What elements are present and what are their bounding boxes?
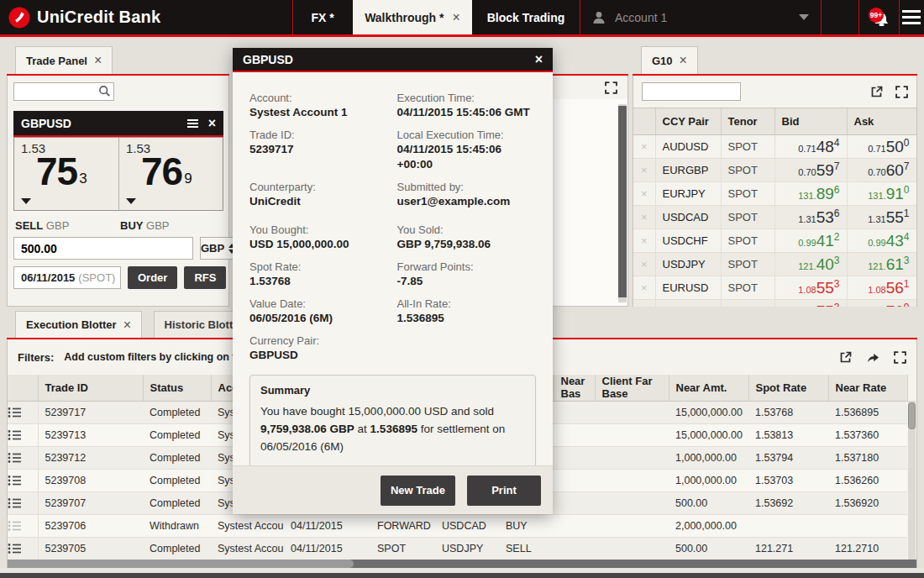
order-button[interactable]: Order — [128, 266, 177, 289]
vertical-scrollbar[interactable] — [908, 401, 916, 560]
scrollbar-thumb[interactable] — [908, 402, 916, 429]
column-header[interactable]: Client Far Base — [595, 375, 669, 401]
scrollbar-thumb[interactable] — [8, 560, 354, 568]
bid-price-cell[interactable]: 1.53753 — [774, 299, 847, 307]
bid-price-cell[interactable]: 1.08553 — [774, 276, 847, 299]
menu-button[interactable] — [899, 0, 924, 34]
remove-pair-icon[interactable]: × — [633, 134, 655, 158]
row-actions-icon[interactable] — [8, 469, 38, 491]
g10-row[interactable]: ×EURUSDSPOT1.085531.08561 — [633, 276, 916, 299]
close-icon[interactable]: × — [208, 117, 216, 130]
row-actions-icon[interactable] — [8, 514, 38, 537]
close-icon[interactable]: × — [535, 53, 543, 66]
column-header[interactable]: Near Amt. — [669, 375, 748, 401]
g10-row[interactable]: ×USDCHFSPOT0.994120.99434 — [633, 229, 916, 252]
g10-row[interactable]: ×USDCADSPOT1.315361.31551 — [633, 205, 916, 229]
vertical-scrollbar[interactable] — [618, 104, 627, 302]
ask-price-cell[interactable]: 0.70607 — [847, 158, 916, 181]
g10-row[interactable]: ×USDJPYSPOT121.403121.613 — [633, 252, 916, 276]
rfs-button[interactable]: RFS — [184, 266, 226, 289]
near-base-cell — [554, 514, 595, 537]
column-header[interactable]: Bid — [774, 108, 847, 134]
ccy-pair-cell: USDCAD — [435, 514, 499, 537]
column-header[interactable]: Trade ID — [38, 375, 143, 401]
ask-price-cell[interactable]: 0.71500 — [847, 134, 916, 158]
bid-price-cell[interactable]: 0.71484 — [774, 134, 847, 158]
remove-pair-icon[interactable]: × — [633, 276, 655, 299]
tab-walkthrough[interactable]: Walkthrough * × — [353, 0, 472, 34]
column-header[interactable]: Near Rate — [828, 375, 907, 401]
column-header[interactable]: CCY Pair — [655, 108, 721, 134]
row-actions-icon[interactable] — [8, 401, 38, 423]
trade-date-cell: 04/11/2015 — [284, 537, 370, 560]
row-actions-icon[interactable] — [8, 423, 38, 446]
g10-row[interactable]: ×EURGBPSPOT0.705970.70607 — [633, 158, 916, 181]
remove-pair-icon[interactable]: × — [633, 299, 655, 307]
close-icon[interactable]: × — [680, 54, 687, 67]
sell-price-pips: 75 — [36, 152, 77, 191]
column-header[interactable]: Ask — [847, 108, 916, 134]
sell-price-tile[interactable]: 1.53 75 3 — [14, 138, 118, 210]
scrollbar-thumb[interactable] — [618, 106, 627, 297]
field-value: Systest Account 1 — [249, 105, 389, 120]
tab-fx[interactable]: FX * — [293, 0, 352, 34]
amount-input[interactable] — [13, 237, 193, 260]
row-actions-icon[interactable] — [8, 537, 38, 560]
print-button[interactable]: Print — [467, 476, 541, 506]
g10-row[interactable]: ×AUDUSDSPOT0.714840.71500 — [633, 134, 916, 158]
column-header[interactable]: Near Bas — [554, 375, 595, 401]
currency-select[interactable]: GBP — [200, 237, 236, 260]
popout-icon[interactable] — [870, 85, 884, 98]
ask-price-cell[interactable]: 0.99434 — [847, 229, 916, 252]
remove-pair-icon[interactable]: × — [633, 205, 655, 229]
ask-price-cell[interactable]: 121.613 — [847, 252, 916, 276]
close-icon[interactable]: × — [94, 54, 102, 67]
g10-filter-input[interactable] — [642, 82, 741, 101]
value-date-input[interactable]: 06/11/2015 (SPOT) — [13, 266, 121, 289]
column-header[interactable]: Tenor — [721, 108, 774, 134]
price-pipette: 4 — [904, 231, 910, 243]
blotter-row[interactable]: 5239706WithdrawnSystest Account04/11/201… — [8, 514, 907, 537]
blotter-row[interactable]: 5239705CompletedSystest Account04/11/201… — [8, 537, 907, 560]
trade-id-cell: 5239707 — [38, 491, 143, 514]
ask-price-cell[interactable]: 1.53769 — [847, 299, 916, 307]
fullscreen-icon[interactable] — [895, 86, 908, 98]
column-header[interactable]: Status — [143, 375, 211, 401]
row-actions-icon[interactable] — [8, 491, 38, 514]
column-header[interactable] — [8, 375, 38, 401]
row-actions-icon[interactable] — [8, 446, 38, 469]
share-icon[interactable] — [866, 351, 880, 364]
tab-g10[interactable]: G10 × — [641, 46, 698, 74]
ask-price-cell[interactable]: 131.910 — [847, 181, 916, 205]
remove-pair-icon[interactable]: × — [633, 181, 655, 205]
fullscreen-icon[interactable] — [894, 351, 906, 364]
column-header[interactable]: Spot Rate — [748, 375, 828, 401]
account-selector[interactable]: Account 1 — [580, 0, 821, 34]
tab-execution-blotter[interactable]: Execution Blotter × — [15, 311, 142, 338]
fullscreen-icon[interactable] — [605, 81, 617, 94]
popout-icon[interactable] — [839, 350, 853, 364]
status-cell: Completed — [143, 469, 211, 491]
tab-trade-panel[interactable]: Trade Panel × — [15, 46, 113, 74]
notifications-button[interactable]: 99+ — [858, 0, 899, 34]
horizontal-scrollbar[interactable] — [8, 560, 916, 568]
close-icon[interactable]: × — [453, 11, 460, 24]
g10-rates-table: CCY PairTenorBidAsk ×AUDUSDSPOT0.714840.… — [633, 108, 916, 307]
widget-menu-icon[interactable] — [187, 119, 198, 128]
close-icon[interactable]: × — [123, 318, 131, 332]
buy-price-tile[interactable]: 1.53 76 9 — [118, 138, 223, 210]
bid-price-cell[interactable]: 121.403 — [774, 252, 847, 276]
bid-price-cell[interactable]: 1.31536 — [774, 205, 847, 229]
remove-pair-icon[interactable]: × — [633, 252, 655, 276]
remove-pair-icon[interactable]: × — [633, 229, 655, 252]
bid-price-cell[interactable]: 131.896 — [774, 181, 847, 205]
remove-pair-icon[interactable]: × — [633, 158, 655, 181]
ask-price-cell[interactable]: 1.08561 — [847, 276, 916, 299]
bid-price-cell[interactable]: 0.99412 — [774, 229, 847, 252]
ask-price-cell[interactable]: 1.31551 — [847, 205, 916, 229]
tab-block-trading[interactable]: Block Trading — [472, 0, 580, 34]
g10-row[interactable]: ×GBPUSDSPOT1.537531.53769 — [633, 299, 916, 307]
g10-row[interactable]: ×EURJPYSPOT131.896131.910 — [633, 181, 916, 205]
new-trade-button[interactable]: New Trade — [381, 476, 455, 506]
bid-price-cell[interactable]: 0.70597 — [774, 158, 847, 181]
